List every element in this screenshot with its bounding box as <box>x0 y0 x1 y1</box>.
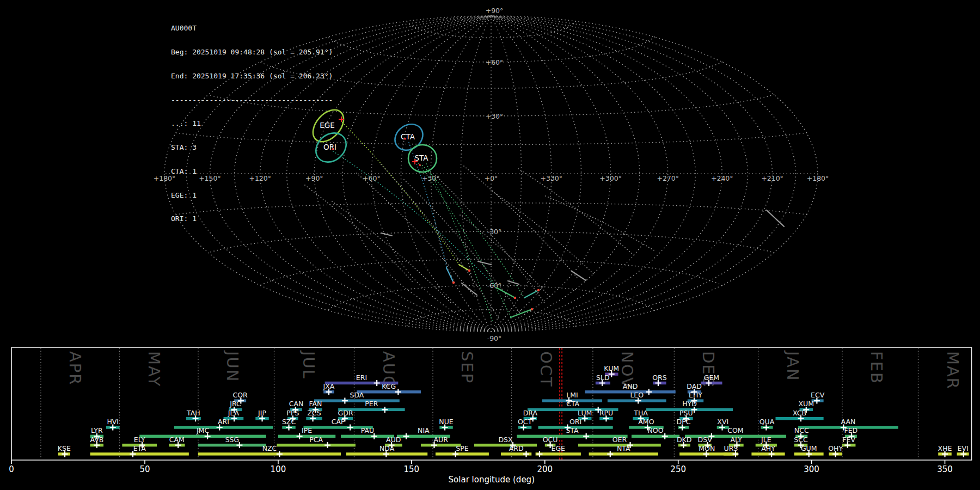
count-row-total: ...: 11 <box>171 120 333 128</box>
peak-marker-cap <box>347 425 353 431</box>
axis-tick-label: 300 <box>804 464 819 474</box>
shower-code-ard: ARD <box>509 444 524 452</box>
meteor-end-dot <box>537 289 540 291</box>
shower-bar-sta <box>517 435 627 438</box>
meteor-end-dot <box>531 308 533 310</box>
count-row-ege: EGE: 1 <box>171 192 333 200</box>
shower-code-ahy: AHY <box>761 444 775 452</box>
shower-bar-jmc <box>139 435 266 438</box>
shower-code-nzc: NZC <box>262 444 277 452</box>
shower-code-ors: ORS <box>652 373 667 382</box>
meteor-segment <box>381 233 392 236</box>
equator-longitude-label: +30° <box>422 174 440 182</box>
peak-marker-eri <box>374 380 380 386</box>
month-label: APR <box>66 351 84 385</box>
meridian-line <box>491 16 640 332</box>
shower-code-sda: SDA <box>350 391 364 399</box>
meridian-line <box>491 16 695 332</box>
shower-code-lmi: LMI <box>566 391 578 399</box>
month-label: SEP <box>458 351 476 384</box>
month-label: FEB <box>867 351 886 384</box>
shower-bar-kcg <box>357 390 421 393</box>
meteor-segment <box>478 261 491 265</box>
shower-code-tah: TAH <box>186 409 200 417</box>
shower-code-zcs: ZCS <box>307 409 321 417</box>
shower-code-xcb: XCB <box>793 409 806 417</box>
shower-bar-eta <box>90 452 189 455</box>
shower-bar-aur <box>421 444 461 446</box>
shower-bar-ssg <box>198 444 266 446</box>
shower-code-ori: ORI <box>569 418 581 426</box>
shower-bar-pca <box>277 444 355 446</box>
shower-code-dkd: DKD <box>677 436 691 444</box>
shower-code-and: AND <box>623 382 638 390</box>
shower-code-gem: GEM <box>704 373 719 382</box>
equator-longitude-label: +0° <box>485 174 498 182</box>
equator-longitude-label: +300° <box>599 174 622 182</box>
meteor-trails <box>305 122 656 322</box>
peak-marker-and <box>646 389 652 395</box>
shower-code-sta: STA <box>566 426 579 434</box>
peak-marker-per <box>382 407 388 413</box>
latitude-label: +60° <box>486 58 504 66</box>
meteor-trail <box>426 164 493 322</box>
meteor-segment <box>446 268 454 283</box>
month-label: OCT <box>537 351 555 388</box>
shower-code-ssg: SSG <box>225 436 240 444</box>
end-time: End: 20251019 17:35:36 (sol = 206.23°) <box>171 72 333 81</box>
shower-code-cta: CTA <box>566 400 579 408</box>
meteor-segment <box>767 210 784 226</box>
shower-code-cap: CAP <box>332 418 345 426</box>
shower-code-jea: JEA <box>228 409 240 417</box>
shower-code-gdr: GDR <box>338 409 353 417</box>
shower-code-leo: LEO <box>630 391 644 399</box>
begin-time: Beg: 20251019 09:48:28 (sol = 205.91°) <box>171 48 333 57</box>
shower-code-oer: OER <box>612 436 627 444</box>
shower-code-ecv: ECV <box>811 391 825 399</box>
shower-code-qua: QUA <box>759 418 775 426</box>
shower-code-evi: EVI <box>957 444 968 452</box>
meteor-trail <box>546 196 656 252</box>
meteor-trail <box>419 163 511 317</box>
meteor-trail <box>381 164 500 320</box>
station-id: AU000T <box>171 24 333 33</box>
shower-code-dra: DRA <box>523 409 538 417</box>
peak-marker-sta <box>583 433 589 439</box>
meteor-segment <box>524 290 538 298</box>
shower-code-kse: KSE <box>58 444 71 452</box>
shower-code-ipe: IPE <box>302 426 312 434</box>
shower-bar-spe <box>436 452 489 455</box>
shower-code-cam: CAM <box>169 436 185 444</box>
shower-code-nue: NUE <box>439 418 453 426</box>
latitude-label: -60° <box>487 281 502 290</box>
peak-marker-ege <box>536 451 542 457</box>
peak-marker-ard <box>523 451 529 457</box>
shower-code-kcg: KCG <box>382 382 396 390</box>
axis-tick-label: 50 <box>139 464 150 474</box>
meteor-trail <box>493 192 595 275</box>
shower-bar-dsx <box>474 444 537 446</box>
shower-code-fev: FEV <box>842 436 855 444</box>
shower-code-spe: SPE <box>456 444 468 452</box>
meridian-line <box>401 16 492 332</box>
shower-code-amo: AMO <box>638 418 654 426</box>
axis-tick-label: 350 <box>937 464 953 474</box>
radiant-position-dot <box>404 138 406 140</box>
meteor-trail <box>342 122 460 265</box>
meteor-segment <box>459 265 469 271</box>
latitude-label: -90° <box>487 334 502 342</box>
sky-map-and-timeline-plot: +180°+150°+120°+90°+60°+30°+0°+330°+300°… <box>0 0 980 490</box>
peak-marker-pca <box>324 442 330 448</box>
shower-code-ely: ELY <box>134 436 145 444</box>
radiant-label-cta: CTA <box>401 132 415 141</box>
latitude-label: +30° <box>486 112 504 120</box>
shower-code-pau: PAU <box>361 426 374 434</box>
separator-line: -------------------------------------- <box>171 96 333 105</box>
equator-longitude-label: +240° <box>711 174 733 182</box>
shower-bar-ari <box>174 426 273 428</box>
peak-marker-nta <box>607 451 613 457</box>
meteor-end-dot <box>452 281 455 284</box>
shower-code-noo: NOO <box>648 426 664 434</box>
observation-info: AU000T Beg: 20251019 09:48:28 (sol = 205… <box>171 9 333 239</box>
shower-code-dsv: DSV <box>698 436 713 444</box>
